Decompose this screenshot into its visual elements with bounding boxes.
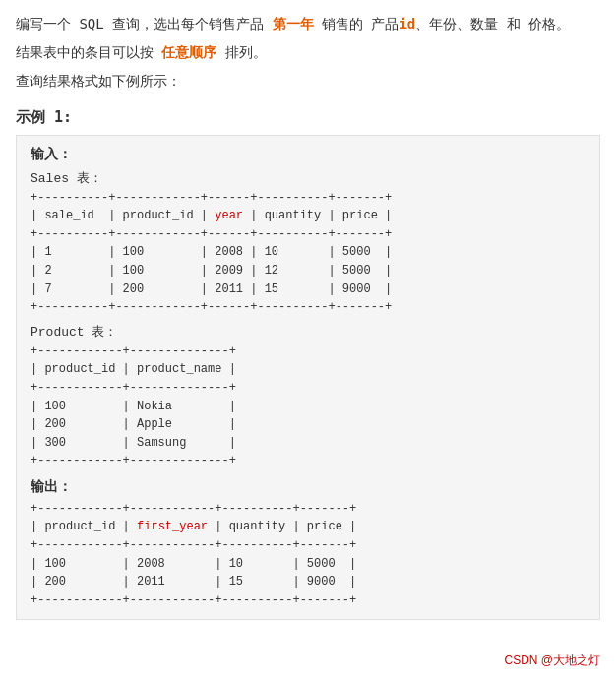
example-block: 输入： Sales 表： +----------+------------+--…	[16, 135, 600, 621]
intro-line2: 结果表中的条目可以按 任意顺序 排列。	[16, 40, 600, 65]
product-table-label: Product 表：	[31, 323, 585, 341]
intro-line1: 编写一个 SQL 查询，选出每个销售产品 第一年 销售的 产品id、年份、数量 …	[16, 12, 600, 36]
sales-table-label: Sales 表：	[31, 169, 585, 187]
watermark: CSDN @大地之灯	[504, 653, 600, 669]
product-table: +------------+--------------+ | product_…	[31, 342, 585, 470]
intro-section: 编写一个 SQL 查询，选出每个销售产品 第一年 销售的 产品id、年份、数量 …	[16, 12, 600, 94]
output-table: +------------+------------+----------+--…	[31, 500, 585, 610]
input-label: 输入：	[31, 146, 585, 163]
intro-line3: 查询结果格式如下例所示：	[16, 69, 600, 93]
output-label: 输出：	[31, 478, 585, 496]
sales-table: +----------+------------+------+--------…	[31, 189, 585, 317]
section-title: 示例 1:	[16, 108, 600, 127]
